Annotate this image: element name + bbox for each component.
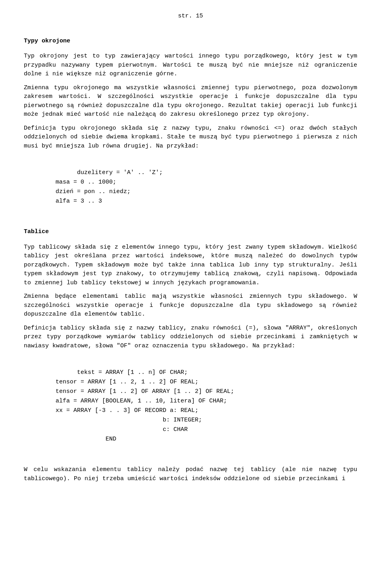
page-container: str. 15 Typy okrojone Typ okrojony jest … <box>24 12 357 483</box>
page-number: str. 15 <box>178 13 203 19</box>
section-tablice: Tablice Typ tablicowy składa się z eleme… <box>24 228 357 454</box>
paragraph-typy-1: Typ okrojony jest to typ zawierający war… <box>24 52 357 79</box>
paragraph-tablice-3: Definicja tablicy składa się z nazwy tab… <box>24 324 357 351</box>
page-header: str. 15 <box>24 12 357 21</box>
section-title-tablice: Tablice <box>24 228 357 237</box>
section-title-typy-okrojone: Typy okrojone <box>24 37 357 46</box>
paragraph-wskazanie: W celu wskazania elementu tablicy należy… <box>24 465 357 483</box>
code-tablice-content: tekst = ARRAY [1 .. n] OF CHAR; tensor =… <box>56 369 234 442</box>
paragraph-typy-3: Definicja typu okrojonego składa się z n… <box>24 124 357 151</box>
section-wskazanie: W celu wskazania elementu tablicy należy… <box>24 465 357 483</box>
code-block-tablice: tekst = ARRAY [1 .. n] OF CHAR; tensor =… <box>56 358 357 454</box>
code-block-typy: duzelitery = 'A' .. 'Z'; masa = 0 .. 100… <box>56 159 357 216</box>
paragraph-tablice-2: Zmienna będące elementami tablic mają ws… <box>24 292 357 319</box>
code-typy-content: duzelitery = 'A' .. 'Z'; masa = 0 .. 100… <box>56 169 163 205</box>
paragraph-typy-2: Zmienna typu okrojonego ma wszystkie wła… <box>24 84 357 119</box>
section-typy-okrojone: Typy okrojone Typ okrojony jest to typ z… <box>24 37 357 216</box>
paragraph-tablice-1: Typ tablicowy składa się z elementów inn… <box>24 243 357 288</box>
